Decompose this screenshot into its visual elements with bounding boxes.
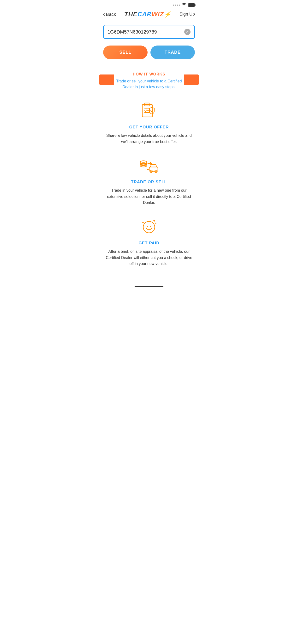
back-button[interactable]: ‹ Back	[103, 11, 116, 18]
signup-button[interactable]: Sign Up	[180, 12, 195, 17]
vin-container: ✕	[99, 22, 199, 44]
logo-car: CAR	[137, 10, 152, 18]
svg-point-20	[143, 222, 155, 233]
vin-input-wrapper: ✕	[103, 25, 195, 39]
logo-lightning: ⚡	[164, 11, 171, 18]
how-it-works-description: Trade or sell your vehicle to a Certifie…	[110, 78, 188, 90]
battery-icon	[188, 3, 195, 7]
how-it-works-title: HOW IT WORKS	[110, 72, 188, 76]
svg-point-22	[150, 226, 151, 227]
signal-dots	[173, 4, 180, 6]
trade-or-sell-icon	[138, 154, 160, 176]
trade-or-sell-description: Trade in your vehicle for a new one from…	[103, 187, 195, 206]
get-paid-title: GET PAID	[103, 241, 195, 246]
arrow-right-decoration	[184, 74, 199, 85]
clear-input-button[interactable]: ✕	[184, 29, 191, 35]
home-indicator	[99, 281, 199, 290]
how-it-works-section: HOW IT WORKS Trade or sell your vehicle …	[99, 65, 199, 95]
step-get-paid: GET PAID After a brief, on site appraisa…	[103, 216, 195, 267]
action-buttons: SELL TRADE	[99, 44, 199, 65]
step-trade-or-sell: TRADE OR SELL Trade in your vehicle for …	[103, 154, 195, 206]
svg-rect-15	[149, 167, 158, 171]
arrow-left-decoration	[99, 74, 114, 85]
get-paid-icon	[138, 216, 160, 237]
steps-container: GET YOUR OFFER Share a few vehicle detai…	[99, 95, 199, 281]
get-offer-icon	[138, 100, 160, 121]
app-logo: THECARWIZ⚡	[124, 10, 171, 18]
home-bar	[135, 286, 163, 287]
trade-or-sell-title: TRADE OR SELL	[103, 180, 195, 184]
logo-wiz: WIZ	[152, 10, 164, 18]
svg-point-21	[147, 226, 148, 227]
back-label: Back	[106, 12, 116, 17]
how-it-works-content: HOW IT WORKS Trade or sell your vehicle …	[103, 70, 195, 92]
clear-icon: ✕	[186, 30, 189, 34]
step-get-offer: GET YOUR OFFER Share a few vehicle detai…	[103, 100, 195, 145]
logo-the: THE	[124, 10, 137, 18]
get-paid-description: After a brief, on site appraisal of the …	[103, 248, 195, 267]
wifi-icon	[182, 3, 186, 7]
status-bar	[99, 0, 199, 8]
back-chevron-icon: ‹	[103, 11, 105, 18]
nav-bar: ‹ Back THECARWIZ⚡ Sign Up	[99, 8, 199, 22]
trade-button[interactable]: TRADE	[151, 46, 195, 59]
get-offer-description: Share a few vehicle details about your v…	[103, 132, 195, 145]
vin-input[interactable]	[107, 29, 184, 35]
get-offer-title: GET YOUR OFFER	[103, 125, 195, 130]
sell-button[interactable]: SELL	[103, 46, 147, 59]
